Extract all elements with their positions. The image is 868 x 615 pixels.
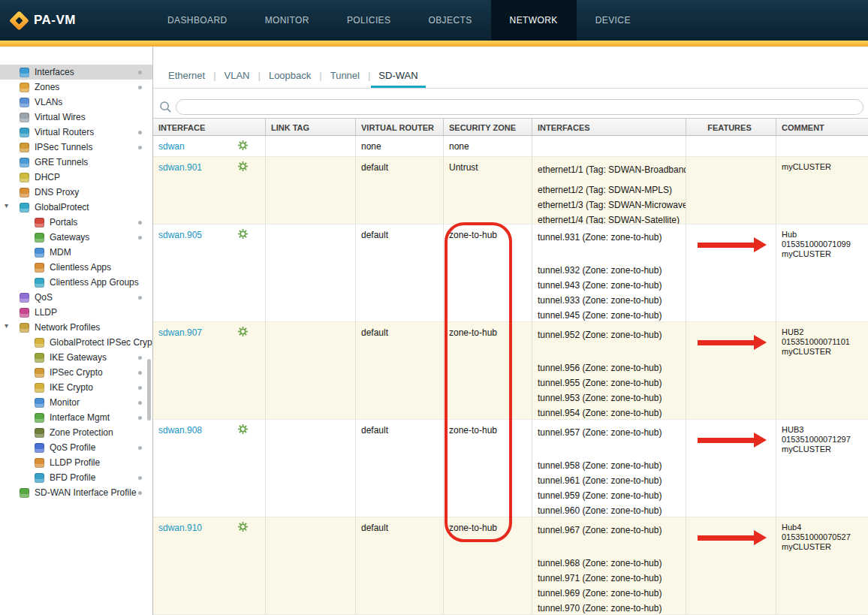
sidebar-item-globalprotect[interactable]: ▾GlobalProtect bbox=[0, 200, 152, 215]
sidebar-item-monitor[interactable]: Monitor bbox=[0, 395, 152, 410]
member-interface: tunnel.960 (Zone: zone-to-hub) bbox=[538, 503, 681, 517]
tab-vlan[interactable]: VLAN bbox=[217, 66, 258, 88]
arrow-shaft bbox=[698, 340, 754, 345]
nav-tab-monitor[interactable]: MONITOR bbox=[246, 0, 328, 41]
sidebar-item-zones[interactable]: Zones bbox=[0, 80, 152, 95]
app-logo: PA-VM bbox=[0, 0, 113, 41]
sidebar-item-lldp-profile[interactable]: LLDP Profile bbox=[0, 455, 152, 470]
sidebar-item-dns-proxy[interactable]: DNS Proxy bbox=[0, 185, 152, 200]
sidebar-item-virtual-routers[interactable]: Virtual Routers bbox=[0, 125, 152, 140]
table-row[interactable]: sdwan.907 defaultzone-to-hubtunnel.952 (… bbox=[153, 322, 868, 420]
interface-link[interactable]: sdwan.901 bbox=[158, 162, 202, 173]
nav-tab-device[interactable]: DEVICE bbox=[577, 0, 649, 41]
interface-link[interactable]: sdwan.905 bbox=[158, 230, 202, 240]
arrow-head bbox=[754, 237, 767, 252]
column-header-comment[interactable]: COMMENT bbox=[776, 119, 867, 135]
sidebar-item-interfaces[interactable]: Interfaces bbox=[0, 65, 152, 80]
interface-link[interactable]: sdwan.907 bbox=[158, 327, 202, 338]
sidebar-item-ike-gateways[interactable]: IKE Gateways bbox=[0, 350, 152, 365]
globalprotect-icon bbox=[20, 203, 29, 213]
interface-link[interactable]: sdwan bbox=[158, 141, 185, 152]
sidebar-item-clientless-app-groups[interactable]: Clientless App Groups bbox=[0, 275, 152, 290]
nav-tab-network[interactable]: NETWORK bbox=[491, 0, 577, 41]
column-header-security-zone[interactable]: SECURITY ZONE bbox=[444, 119, 532, 135]
gear-icon[interactable] bbox=[238, 229, 248, 239]
gear-icon[interactable] bbox=[238, 424, 248, 434]
interfaces-cell: tunnel.952 (Zone: zone-to-hub)tunnel.956… bbox=[532, 322, 686, 419]
link-tag-cell bbox=[266, 157, 356, 224]
table-row[interactable]: sdwan.901 defaultUntrustethernet1/1 (Tag… bbox=[153, 157, 868, 225]
sidebar-item-interface-mgmt[interactable]: Interface Mgmt bbox=[0, 410, 152, 425]
tab-loopback[interactable]: Loopback bbox=[261, 66, 318, 88]
sidebar-item-label: IKE Crypto bbox=[50, 382, 93, 393]
tab-ethernet[interactable]: Ethernet bbox=[161, 66, 212, 88]
sidebar-item-sd-wan-interface-profile[interactable]: SD-WAN Interface Profile bbox=[0, 485, 152, 500]
column-header-link-tag[interactable]: LINK TAG bbox=[266, 119, 356, 135]
sidebar-item-ipsec-tunnels[interactable]: IPSec Tunnels bbox=[0, 140, 152, 155]
item-dot bbox=[138, 356, 142, 360]
table-row[interactable]: sdwan.908 defaultzone-to-hubtunnel.957 (… bbox=[153, 420, 868, 517]
nav-tab-objects[interactable]: OBJECTS bbox=[409, 0, 490, 41]
column-header-interfaces[interactable]: INTERFACES bbox=[532, 119, 686, 135]
comment-text: 015351000070527 bbox=[782, 532, 863, 542]
vlans-icon bbox=[20, 98, 29, 107]
sidebar-item-bfd-profile[interactable]: BFD Profile bbox=[0, 470, 152, 485]
virtual-router-cell: default bbox=[356, 322, 444, 419]
qos-profile-icon bbox=[35, 443, 44, 453]
interface-link[interactable]: sdwan.908 bbox=[158, 425, 202, 436]
member-interface: tunnel.945 (Zone: zone-to-hub) bbox=[538, 308, 681, 321]
member-interface: tunnel.956 (Zone: zone-to-hub) bbox=[538, 360, 681, 375]
sidebar-item-dhcp[interactable]: DHCP bbox=[0, 170, 152, 185]
sidebar-item-mdm[interactable]: MDM bbox=[0, 245, 152, 260]
sidebar-item-label: LLDP Profile bbox=[50, 457, 100, 468]
lldp-profile-icon bbox=[35, 458, 44, 468]
sidebar-item-qos-profile[interactable]: QoS Profile bbox=[0, 440, 152, 455]
item-dot bbox=[138, 446, 142, 450]
chevron-down-icon[interactable]: ▾ bbox=[5, 321, 8, 330]
table-row[interactable]: sdwan nonenone bbox=[153, 136, 868, 157]
column-header-interface[interactable]: INTERFACE bbox=[153, 119, 266, 135]
features-cell bbox=[686, 157, 776, 224]
search-input[interactable] bbox=[176, 99, 863, 115]
comment-cell: Hub015351000071099myCLUSTER bbox=[776, 225, 867, 321]
sidebar-item-vlans[interactable]: VLANs bbox=[0, 95, 152, 110]
sidebar-item-virtual-wires[interactable]: Virtual Wires bbox=[0, 110, 152, 125]
tab-tunnel[interactable]: Tunnel bbox=[323, 66, 367, 88]
sidebar-item-label: Virtual Routers bbox=[35, 127, 94, 137]
gear-icon[interactable] bbox=[238, 140, 248, 150]
interface-mgmt-icon bbox=[35, 413, 44, 423]
sidebar-item-clientless-apps[interactable]: Clientless Apps bbox=[0, 260, 152, 275]
nav-tab-policies[interactable]: POLICIES bbox=[328, 0, 410, 41]
nav-tab-dashboard[interactable]: DASHBOARD bbox=[149, 0, 246, 41]
member-interface: tunnel.952 (Zone: zone-to-hub) bbox=[538, 327, 681, 342]
sidebar-item-gateways[interactable]: Gateways bbox=[0, 230, 152, 245]
sidebar-item-globalprotect-ipsec-crypto[interactable]: GlobalProtect IPSec Crypto bbox=[0, 335, 152, 350]
sidebar-item-gre-tunnels[interactable]: GRE Tunnels bbox=[0, 155, 152, 170]
chevron-down-icon[interactable]: ▾ bbox=[5, 201, 8, 210]
tab-sd-wan[interactable]: SD-WAN bbox=[371, 66, 425, 88]
item-dot bbox=[138, 386, 142, 390]
column-header-features[interactable]: FEATURES bbox=[686, 119, 776, 135]
table-row[interactable]: sdwan.910 defaultzone-to-hubtunnel.967 (… bbox=[153, 517, 868, 615]
sidebar-item-ike-crypto[interactable]: IKE Crypto bbox=[0, 380, 152, 395]
column-header-virtual-router[interactable]: VIRTUAL ROUTER bbox=[356, 119, 444, 135]
gear-icon[interactable] bbox=[238, 161, 248, 171]
gear-icon[interactable] bbox=[238, 327, 248, 336]
red-arrow-annotation bbox=[698, 335, 767, 350]
table-row[interactable]: sdwan.905 defaultzone-to-hubtunnel.931 (… bbox=[153, 225, 868, 322]
sidebar-item-zone-protection[interactable]: Zone Protection bbox=[0, 425, 152, 440]
sidebar-item-portals[interactable]: Portals bbox=[0, 215, 152, 230]
interfaces-cell: tunnel.967 (Zone: zone-to-hub)tunnel.968… bbox=[532, 517, 686, 614]
member-interface: ethernet1/2 (Tag: SDWAN-MPLS) bbox=[538, 182, 681, 197]
gear-icon[interactable] bbox=[238, 522, 248, 532]
interface-link[interactable]: sdwan.910 bbox=[158, 523, 202, 533]
gre-tunnels-icon bbox=[20, 158, 29, 167]
sidebar-item-label: DNS Proxy bbox=[35, 187, 79, 197]
sidebar-item-ipsec-crypto[interactable]: IPSec Crypto bbox=[0, 365, 152, 380]
interface-cell: sdwan.910 bbox=[153, 517, 266, 614]
ike-gateways-icon bbox=[35, 353, 44, 363]
lldp-icon bbox=[20, 308, 29, 318]
sidebar-item-lldp[interactable]: LLDP bbox=[0, 305, 152, 320]
sidebar-item-qos[interactable]: QoS bbox=[0, 290, 152, 305]
sidebar-item-network-profiles[interactable]: ▾Network Profiles bbox=[0, 320, 152, 335]
